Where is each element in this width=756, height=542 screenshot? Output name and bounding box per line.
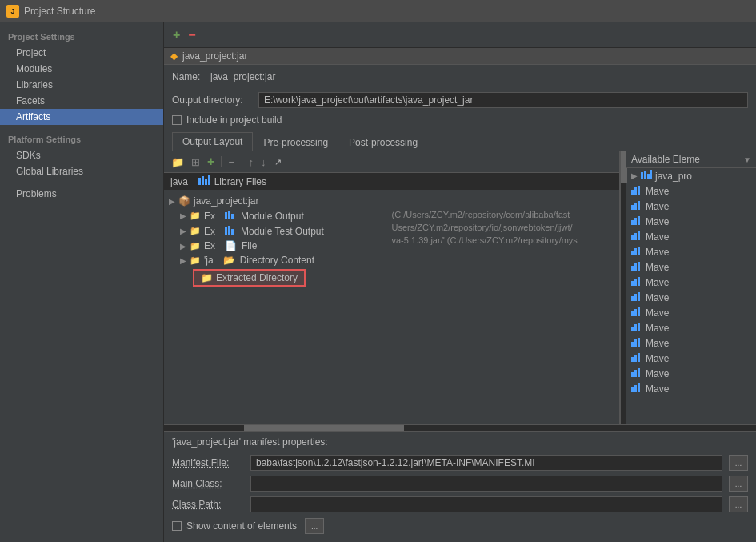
svg-rect-36 — [634, 294, 637, 301]
show-content-checkbox[interactable] — [172, 521, 182, 531]
svg-rect-30 — [634, 263, 637, 271]
sidebar-item-project[interactable]: Project — [0, 45, 163, 61]
sidebar-item-facets[interactable]: Facets — [0, 93, 163, 109]
artifact-icon: ◆ — [170, 50, 178, 62]
sidebar-item-problems[interactable]: Problems — [0, 186, 163, 202]
sidebar-item-modules[interactable]: Modules — [0, 61, 163, 77]
class-path-input[interactable] — [250, 496, 722, 512]
name-row: Name: java_project:jar — [164, 65, 756, 89]
svg-rect-5 — [228, 211, 230, 219]
title-bar: J Project Structure — [0, 0, 756, 22]
remove-artifact-btn[interactable]: − — [186, 27, 198, 43]
available-mave-14[interactable]: Mave — [626, 381, 756, 396]
available-mave-12[interactable]: Mave — [626, 351, 756, 366]
tab-postprocessing[interactable]: Post-processing — [338, 133, 428, 151]
available-mave-8[interactable]: Mave — [626, 290, 756, 305]
sidebar-item-libraries[interactable]: Libraries — [0, 77, 163, 93]
folder-toolbar-btn[interactable]: 📁 — [169, 155, 186, 169]
manifest-file-browse-btn[interactable]: ... — [729, 455, 748, 471]
show-content-row: Show content of elements ... — [172, 515, 748, 537]
horizontal-scrollbar[interactable] — [164, 424, 756, 431]
tree-right-paths: (C:/Users/ZCY.m2/repository/com/alibaba/… — [389, 208, 620, 288]
ex1-label: Ex — [204, 211, 215, 222]
tabs-row: Output Layout Pre-processing Post-proces… — [164, 129, 756, 151]
mave-icon-6 — [631, 261, 642, 273]
svg-rect-40 — [638, 307, 640, 316]
available-mave-2[interactable]: Mave — [626, 199, 756, 214]
mave-label-11: Mave — [646, 338, 669, 349]
show-content-more-btn[interactable]: ... — [305, 518, 324, 534]
add-toolbar-btn[interactable]: + — [205, 154, 217, 170]
available-header-label: Available Eleme — [631, 154, 700, 165]
output-dir-label: Output directory: — [172, 94, 252, 106]
ex2-label: Ex — [204, 226, 215, 237]
extracted-dir-box[interactable]: 📁 Extracted Directory — [193, 269, 306, 287]
available-mave-11[interactable]: Mave — [626, 335, 756, 351]
tree-item-ex3[interactable]: ▶ 📁 Ex 📄 File — [164, 239, 389, 253]
tree-item-ex2[interactable]: ▶ 📁 Ex Module Test Output — [164, 223, 389, 239]
ex3-arrow: ▶ — [180, 242, 186, 251]
available-mave-4[interactable]: Mave — [626, 229, 756, 244]
class-path-label: Class Path: — [172, 499, 244, 510]
svg-rect-46 — [638, 338, 640, 347]
svg-rect-21 — [634, 218, 637, 225]
mave-label-8: Mave — [646, 292, 669, 303]
include-checkbox[interactable] — [172, 115, 182, 125]
sidebar-item-artifacts[interactable]: Artifacts — [0, 109, 163, 125]
available-item-root[interactable]: ▶ java_pro — [626, 168, 756, 183]
svg-rect-49 — [638, 353, 640, 362]
extracted-dir-icon: 📁 — [201, 272, 213, 283]
up-toolbar-btn[interactable]: ↑ — [246, 155, 257, 169]
java-project-label: java_ — [170, 176, 194, 187]
tree-item-extracted-dir[interactable]: 📁 Extracted Directory — [164, 267, 389, 288]
down-toolbar-btn[interactable]: ↓ — [258, 155, 269, 169]
tree-root-item[interactable]: ▶ 📦 java_project:jar — [164, 194, 619, 208]
svg-rect-44 — [631, 342, 634, 347]
available-mave-1[interactable]: Mave — [626, 183, 756, 199]
output-dir-row: Output directory: E:\work\java_project\o… — [164, 89, 756, 111]
main-class-input[interactable] — [250, 476, 722, 492]
ex1-sub-label: Module Output — [241, 211, 304, 222]
grid-toolbar-btn[interactable]: ⊞ — [189, 155, 202, 169]
available-mave-9[interactable]: Mave — [626, 305, 756, 320]
mave-icon-11 — [631, 337, 642, 349]
ex3-file-icon: 📄 — [225, 240, 237, 251]
available-mave-13[interactable]: Mave — [626, 366, 756, 381]
tab-preprocessing[interactable]: Pre-processing — [253, 133, 338, 151]
available-root-arrow: ▶ — [631, 171, 638, 180]
path-1: (C:/Users/ZCY.m2/repository/com/alibaba/… — [392, 208, 617, 221]
mave-label-3: Mave — [646, 216, 669, 227]
available-mave-7[interactable]: Mave — [626, 275, 756, 290]
tab-output-layout[interactable]: Output Layout — [172, 132, 253, 151]
class-path-browse-btn[interactable]: ... — [729, 496, 748, 512]
project-settings-header: Project Settings — [0, 29, 163, 45]
tree-item-ex1[interactable]: ▶ 📁 Ex Module Output — [164, 208, 389, 223]
main-class-browse-btn[interactable]: ... — [729, 476, 748, 492]
manifest-file-input[interactable] — [250, 455, 722, 471]
svg-rect-3 — [208, 175, 210, 185]
available-mave-5[interactable]: Mave — [626, 244, 756, 259]
add-artifact-btn[interactable]: + — [170, 27, 182, 43]
svg-rect-18 — [634, 203, 637, 210]
svg-rect-43 — [638, 323, 640, 331]
minus-toolbar-btn[interactable]: − — [226, 155, 237, 169]
sidebar-item-global-libraries[interactable]: Global Libraries — [0, 163, 163, 179]
available-items-scroll[interactable]: Mave Mave Mave Mave — [626, 183, 756, 424]
include-row: Include in project build — [164, 111, 756, 129]
tree-scrollbar[interactable] — [620, 151, 626, 424]
available-mave-10[interactable]: Mave — [626, 320, 756, 335]
mave-label-4: Mave — [646, 231, 669, 243]
available-header-row: Available Eleme ▼ — [626, 151, 756, 168]
left-panel: Project Settings Project Modules Librari… — [0, 22, 164, 542]
available-mave-3[interactable]: Mave — [626, 214, 756, 229]
available-root-icon — [641, 170, 652, 182]
mave-label-9: Mave — [646, 307, 669, 319]
artifact-item-row[interactable]: ◆ java_project:jar — [164, 48, 756, 65]
manifest-title: 'java_project.jar' manifest properties: — [172, 436, 748, 448]
mave-icon-2 — [631, 200, 642, 212]
artifact-tree-panel: 📁 ⊞ + − ↑ ↓ ↗ java_ — [164, 151, 620, 424]
tree-item-ja[interactable]: ▶ 📁 'ja 📂 Directory Content — [164, 253, 389, 267]
available-mave-6[interactable]: Mave — [626, 259, 756, 275]
sidebar-item-sdks[interactable]: SDKs — [0, 147, 163, 163]
ex3-folder-icon: 📁 — [190, 241, 201, 251]
